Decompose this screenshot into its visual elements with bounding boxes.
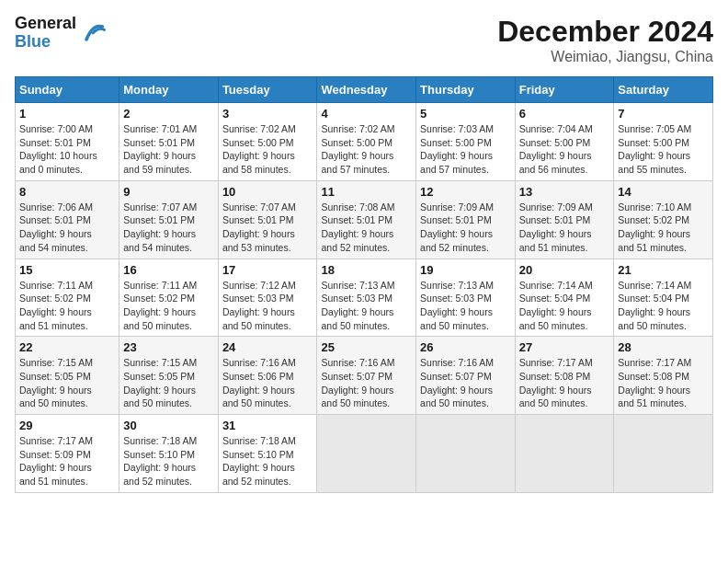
logo-text: GeneralBlue xyxy=(15,15,76,52)
calendar-cell: 18Sunrise: 7:13 AMSunset: 5:03 PMDayligh… xyxy=(317,259,416,337)
calendar-cell: 7Sunrise: 7:05 AMSunset: 5:00 PMDaylight… xyxy=(614,103,713,181)
calendar-cell: 30Sunrise: 7:18 AMSunset: 5:10 PMDayligh… xyxy=(119,415,219,493)
day-info: Sunrise: 7:02 AMSunset: 5:00 PMDaylight:… xyxy=(222,122,313,177)
day-number: 12 xyxy=(420,185,511,199)
day-number: 1 xyxy=(19,107,115,121)
calendar-cell: 11Sunrise: 7:08 AMSunset: 5:01 PMDayligh… xyxy=(317,180,416,259)
title-block: December 2024 Weimiao, Jiangsu, China xyxy=(497,15,713,65)
calendar-cell: 26Sunrise: 7:16 AMSunset: 5:07 PMDayligh… xyxy=(416,337,516,415)
day-info: Sunrise: 7:17 AMSunset: 5:08 PMDaylight:… xyxy=(519,356,610,410)
day-info: Sunrise: 7:06 AMSunset: 5:01 PMDaylight:… xyxy=(19,201,115,255)
calendar-cell: 29Sunrise: 7:17 AMSunset: 5:09 PMDayligh… xyxy=(16,415,119,493)
calendar-cell: 19Sunrise: 7:13 AMSunset: 5:03 PMDayligh… xyxy=(416,259,516,337)
weekday-header-saturday: Saturday xyxy=(614,77,713,103)
day-info: Sunrise: 7:05 AMSunset: 5:00 PMDaylight:… xyxy=(618,122,709,177)
day-number: 24 xyxy=(222,340,313,354)
day-info: Sunrise: 7:09 AMSunset: 5:01 PMDaylight:… xyxy=(519,201,610,255)
day-info: Sunrise: 7:11 AMSunset: 5:02 PMDaylight:… xyxy=(123,279,214,333)
day-number: 9 xyxy=(123,185,214,199)
calendar-cell: 10Sunrise: 7:07 AMSunset: 5:01 PMDayligh… xyxy=(218,180,317,259)
day-info: Sunrise: 7:16 AMSunset: 5:06 PMDaylight:… xyxy=(222,356,313,410)
weekday-header-row: SundayMondayTuesdayWednesdayThursdayFrid… xyxy=(16,77,713,103)
day-number: 6 xyxy=(519,107,610,121)
day-info: Sunrise: 7:09 AMSunset: 5:01 PMDaylight:… xyxy=(420,201,511,255)
calendar-cell: 23Sunrise: 7:15 AMSunset: 5:05 PMDayligh… xyxy=(119,337,219,415)
calendar-cell: 28Sunrise: 7:17 AMSunset: 5:08 PMDayligh… xyxy=(614,337,713,415)
day-number: 22 xyxy=(19,340,115,354)
day-number: 18 xyxy=(321,263,412,277)
day-number: 7 xyxy=(618,107,709,121)
calendar-subtitle: Weimiao, Jiangsu, China xyxy=(497,49,713,65)
page-header: GeneralBlue December 2024 Weimiao, Jiang… xyxy=(15,15,713,65)
calendar-cell: 6Sunrise: 7:04 AMSunset: 5:00 PMDaylight… xyxy=(515,103,614,181)
day-number: 26 xyxy=(420,340,511,354)
calendar-cell: 4Sunrise: 7:02 AMSunset: 5:00 PMDaylight… xyxy=(317,103,416,181)
day-number: 2 xyxy=(123,107,214,121)
calendar-title: December 2024 xyxy=(497,15,713,49)
calendar-cell: 8Sunrise: 7:06 AMSunset: 5:01 PMDaylight… xyxy=(16,180,119,259)
day-number: 11 xyxy=(321,185,412,199)
calendar-cell: 9Sunrise: 7:07 AMSunset: 5:01 PMDaylight… xyxy=(119,180,219,259)
calendar-cell: 25Sunrise: 7:16 AMSunset: 5:07 PMDayligh… xyxy=(317,337,416,415)
logo-icon xyxy=(80,20,106,46)
day-number: 16 xyxy=(123,263,214,277)
calendar-cell: 16Sunrise: 7:11 AMSunset: 5:02 PMDayligh… xyxy=(119,259,219,337)
day-number: 28 xyxy=(618,340,709,354)
day-number: 21 xyxy=(618,263,709,277)
calendar-cell: 24Sunrise: 7:16 AMSunset: 5:06 PMDayligh… xyxy=(218,337,317,415)
day-number: 30 xyxy=(123,419,214,432)
calendar-cell xyxy=(515,415,614,493)
day-info: Sunrise: 7:17 AMSunset: 5:09 PMDaylight:… xyxy=(19,434,115,488)
calendar-cell: 14Sunrise: 7:10 AMSunset: 5:02 PMDayligh… xyxy=(614,180,713,259)
calendar-cell xyxy=(614,415,713,493)
calendar-cell xyxy=(317,415,416,493)
day-number: 31 xyxy=(222,419,313,432)
calendar-cell: 17Sunrise: 7:12 AMSunset: 5:03 PMDayligh… xyxy=(218,259,317,337)
calendar-cell: 3Sunrise: 7:02 AMSunset: 5:00 PMDaylight… xyxy=(218,103,317,181)
day-info: Sunrise: 7:12 AMSunset: 5:03 PMDaylight:… xyxy=(222,279,313,333)
day-info: Sunrise: 7:00 AMSunset: 5:01 PMDaylight:… xyxy=(19,122,115,177)
day-info: Sunrise: 7:13 AMSunset: 5:03 PMDaylight:… xyxy=(321,279,412,333)
day-info: Sunrise: 7:07 AMSunset: 5:01 PMDaylight:… xyxy=(123,201,214,255)
day-info: Sunrise: 7:13 AMSunset: 5:03 PMDaylight:… xyxy=(420,279,511,333)
day-info: Sunrise: 7:07 AMSunset: 5:01 PMDaylight:… xyxy=(222,201,313,255)
day-info: Sunrise: 7:10 AMSunset: 5:02 PMDaylight:… xyxy=(618,201,709,255)
week-row-4: 22Sunrise: 7:15 AMSunset: 5:05 PMDayligh… xyxy=(16,337,713,415)
weekday-header-thursday: Thursday xyxy=(416,77,516,103)
weekday-header-wednesday: Wednesday xyxy=(317,77,416,103)
logo: GeneralBlue xyxy=(15,15,106,52)
day-info: Sunrise: 7:14 AMSunset: 5:04 PMDaylight:… xyxy=(618,279,709,333)
calendar-cell: 22Sunrise: 7:15 AMSunset: 5:05 PMDayligh… xyxy=(16,337,119,415)
day-info: Sunrise: 7:08 AMSunset: 5:01 PMDaylight:… xyxy=(321,201,412,255)
day-number: 5 xyxy=(420,107,511,121)
day-number: 23 xyxy=(123,340,214,354)
day-info: Sunrise: 7:01 AMSunset: 5:01 PMDaylight:… xyxy=(123,122,214,177)
day-info: Sunrise: 7:11 AMSunset: 5:02 PMDaylight:… xyxy=(19,279,115,333)
day-info: Sunrise: 7:18 AMSunset: 5:10 PMDaylight:… xyxy=(222,434,313,488)
day-number: 27 xyxy=(519,340,610,354)
day-info: Sunrise: 7:15 AMSunset: 5:05 PMDaylight:… xyxy=(19,356,115,410)
calendar-cell: 21Sunrise: 7:14 AMSunset: 5:04 PMDayligh… xyxy=(614,259,713,337)
day-info: Sunrise: 7:02 AMSunset: 5:00 PMDaylight:… xyxy=(321,122,412,177)
day-info: Sunrise: 7:04 AMSunset: 5:00 PMDaylight:… xyxy=(519,122,610,177)
calendar-cell: 27Sunrise: 7:17 AMSunset: 5:08 PMDayligh… xyxy=(515,337,614,415)
calendar-cell: 31Sunrise: 7:18 AMSunset: 5:10 PMDayligh… xyxy=(218,415,317,493)
calendar-table: SundayMondayTuesdayWednesdayThursdayFrid… xyxy=(15,76,713,493)
week-row-3: 15Sunrise: 7:11 AMSunset: 5:02 PMDayligh… xyxy=(16,259,713,337)
calendar-cell: 20Sunrise: 7:14 AMSunset: 5:04 PMDayligh… xyxy=(515,259,614,337)
calendar-cell xyxy=(416,415,516,493)
day-number: 20 xyxy=(519,263,610,277)
day-number: 15 xyxy=(19,263,115,277)
day-info: Sunrise: 7:03 AMSunset: 5:00 PMDaylight:… xyxy=(420,122,511,177)
calendar-cell: 12Sunrise: 7:09 AMSunset: 5:01 PMDayligh… xyxy=(416,180,516,259)
day-number: 10 xyxy=(222,185,313,199)
weekday-header-sunday: Sunday xyxy=(16,77,119,103)
day-number: 14 xyxy=(618,185,709,199)
calendar-cell: 13Sunrise: 7:09 AMSunset: 5:01 PMDayligh… xyxy=(515,180,614,259)
day-number: 29 xyxy=(19,419,115,432)
calendar-cell: 5Sunrise: 7:03 AMSunset: 5:00 PMDaylight… xyxy=(416,103,516,181)
day-number: 17 xyxy=(222,263,313,277)
day-info: Sunrise: 7:16 AMSunset: 5:07 PMDaylight:… xyxy=(321,356,412,410)
weekday-header-friday: Friday xyxy=(515,77,614,103)
day-info: Sunrise: 7:14 AMSunset: 5:04 PMDaylight:… xyxy=(519,279,610,333)
